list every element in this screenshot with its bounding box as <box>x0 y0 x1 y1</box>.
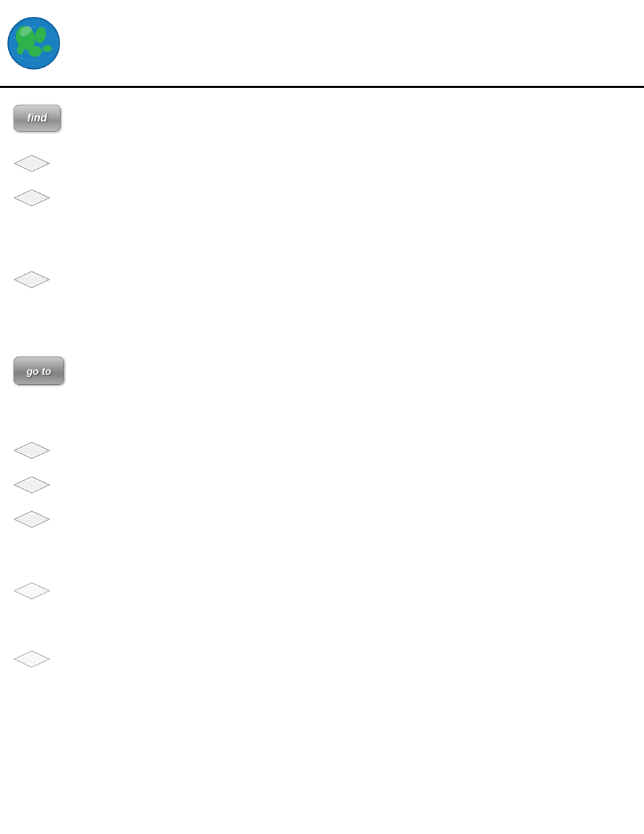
layer-icon-3 <box>14 270 47 287</box>
svg-marker-21 <box>16 513 47 525</box>
diamond-row-3 <box>14 261 630 296</box>
find-button-label: find <box>27 112 47 124</box>
find-button[interactable]: find <box>14 105 61 132</box>
layer-icon-4 <box>14 441 47 458</box>
svg-marker-17 <box>16 444 47 457</box>
layer-icon-8 <box>14 650 47 667</box>
layer-icon-7 <box>14 581 47 598</box>
layer-icon-5 <box>14 475 47 492</box>
svg-point-5 <box>43 45 52 52</box>
find-button-row: find <box>14 98 630 142</box>
svg-marker-11 <box>16 157 47 170</box>
spacer-5 <box>14 607 630 641</box>
spacer-1 <box>14 214 630 261</box>
diamond-row-1 <box>14 145 630 180</box>
diamond-row-7 <box>14 573 630 607</box>
goto-button-row: go to <box>14 350 630 395</box>
diamond-row-2 <box>14 180 630 214</box>
spacer-2 <box>14 296 630 350</box>
svg-marker-25 <box>16 653 47 665</box>
diamond-row-8 <box>14 641 630 675</box>
goto-button[interactable]: go to <box>14 357 64 385</box>
layer-icon-1 <box>14 154 47 171</box>
svg-marker-23 <box>16 585 47 597</box>
spacer-4 <box>14 536 630 573</box>
diamond-row-6 <box>14 501 630 536</box>
content-area: find <box>0 88 644 685</box>
spacer-3 <box>14 395 630 432</box>
svg-marker-19 <box>16 479 47 491</box>
diamond-row-4 <box>14 432 630 467</box>
svg-marker-13 <box>16 192 47 204</box>
diamond-row-5 <box>14 467 630 501</box>
header <box>0 0 644 88</box>
layer-icon-2 <box>14 188 47 205</box>
goto-button-label: go to <box>26 365 51 377</box>
layer-icon-6 <box>14 510 47 527</box>
globe-icon <box>7 16 61 70</box>
svg-marker-15 <box>16 273 47 286</box>
